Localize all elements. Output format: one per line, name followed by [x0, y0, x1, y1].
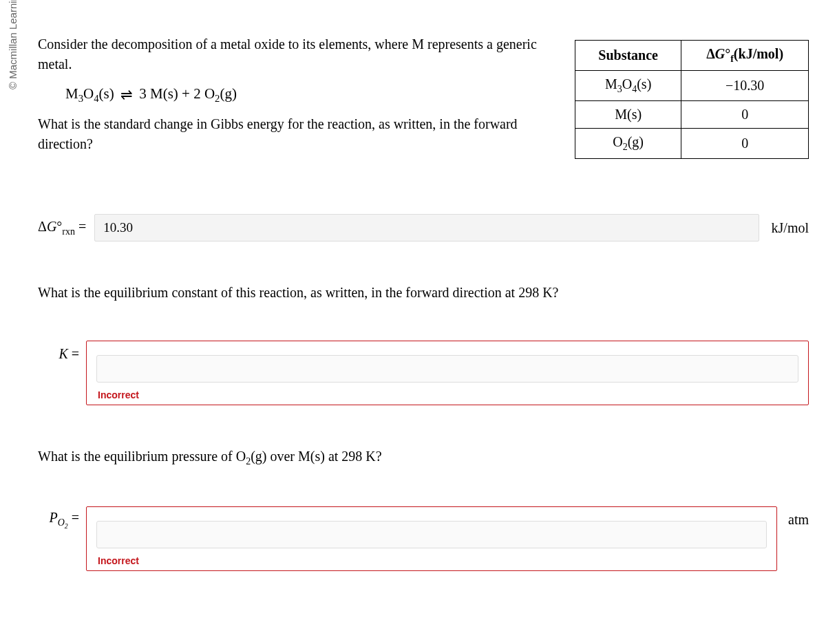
table-header-substance: Substance [575, 41, 681, 71]
copyright-watermark: © Macmillan Learning [7, 0, 19, 89]
answer-1-label: ΔG°rxn = [38, 219, 86, 237]
equation-rhs: 3 M(s) + 2 O2(g) [139, 85, 237, 102]
answer-3-feedback: Incorrect [98, 555, 767, 566]
value-cell: 0 [681, 101, 809, 129]
value-cell: 0 [681, 129, 809, 159]
substance-cell: M(s) [575, 101, 681, 129]
equilibrium-arrow-icon: ⇌ [118, 87, 136, 104]
question-3-text: What is the equilibrium pressure of O2(g… [38, 447, 809, 469]
question-1-text: What is the standard change in Gibbs ene… [38, 114, 554, 154]
answer-3-unit: atm [788, 512, 809, 528]
answer-2-feedback: Incorrect [98, 389, 798, 400]
answer-3-label: PO2 = [38, 510, 79, 530]
delta-g-input[interactable] [94, 214, 759, 242]
substance-cell: M3O4(s) [575, 71, 681, 101]
answer-2-label: K = [38, 346, 79, 362]
table-row: M3O4(s) −10.30 [575, 71, 809, 101]
value-cell: −10.30 [681, 71, 809, 101]
substance-cell: O2(g) [575, 129, 681, 159]
intro-text: Consider the decomposition of a metal ox… [38, 34, 554, 74]
answer-1-row: ΔG°rxn = kJ/mol [38, 214, 809, 242]
answer-1-unit: kJ/mol [772, 220, 809, 236]
equation-lhs: M3O4(s) [65, 85, 114, 102]
table-header-delta-g: ΔG°f(kJ/mol) [681, 41, 809, 71]
table-row: M(s) 0 [575, 101, 809, 129]
question-2-text: What is the equilibrium constant of this… [38, 283, 809, 303]
question-content: Consider the decomposition of a metal ox… [0, 0, 826, 585]
pressure-input[interactable] [96, 521, 767, 548]
chemical-equation: M3O4(s) ⇌ 3 M(s) + 2 O2(g) [65, 85, 554, 105]
equilibrium-constant-input[interactable] [96, 355, 798, 383]
thermodynamic-data-table: Substance ΔG°f(kJ/mol) M3O4(s) −10.30 M(… [575, 40, 809, 159]
table-row: O2(g) 0 [575, 129, 809, 159]
